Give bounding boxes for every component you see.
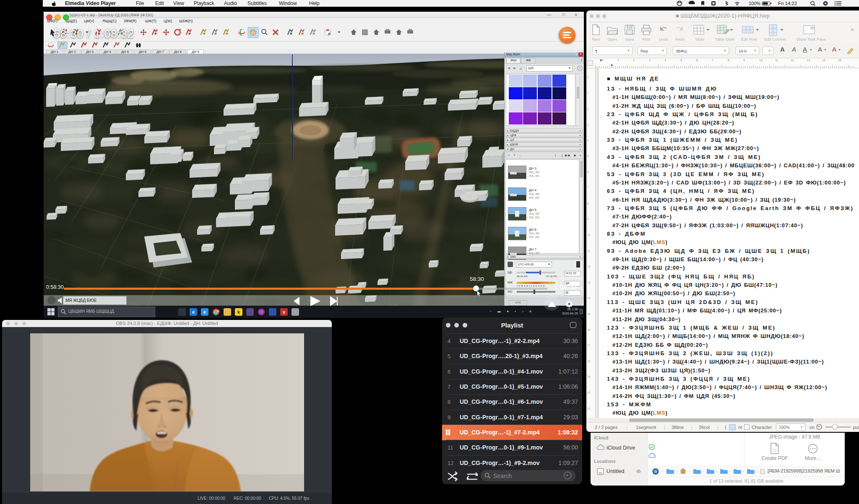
svg-text:»: » xyxy=(851,26,854,33)
svg-text:New: New xyxy=(592,37,600,42)
svg-text:e: e xyxy=(203,309,206,314)
svg-text:Open: Open xyxy=(607,37,617,42)
svg-text:Edit Column: Edit Column xyxy=(764,37,786,42)
svg-text:Print: Print xyxy=(642,37,651,42)
svg-text:Table Style: Table Style xyxy=(715,37,734,42)
svg-text:Edit Row: Edit Row xyxy=(741,37,757,42)
svg-text:Save: Save xyxy=(625,37,634,42)
svg-text:Fri 14:22: Fri 14:22 xyxy=(778,1,797,6)
svg-text:Show Task Pane: Show Task Pane xyxy=(797,37,826,42)
svg-text:Redo: Redo xyxy=(675,37,685,42)
svg-text:100%: 100% xyxy=(749,1,760,6)
svg-text:Undo: Undo xyxy=(659,37,669,42)
svg-text:k: k xyxy=(237,309,240,314)
svg-text:v: v xyxy=(283,309,286,314)
svg-text:Table: Table xyxy=(695,37,705,42)
svg-text:e: e xyxy=(192,309,195,314)
